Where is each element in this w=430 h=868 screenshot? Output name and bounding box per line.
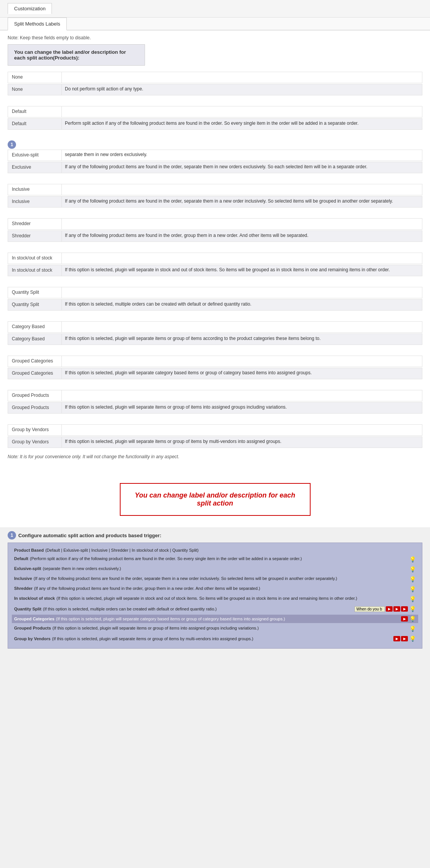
default-readonly-row: Default Perform split action if any of t… — [8, 118, 422, 130]
grouped-products-readonly-desc: If this option is selected, plugin will … — [61, 403, 422, 413]
quantity-split-readonly-desc: If this option is selected, multiple ord… — [61, 300, 422, 310]
none-readonly-row: None Do not perform split action of any … — [8, 84, 422, 95]
none-readonly-desc: Do not perform split action of any type. — [61, 84, 422, 95]
exclusive-input[interactable]: separate them in new orders exclusively. — [61, 150, 422, 161]
quantity-btn-2[interactable]: ▶ — [393, 606, 400, 612]
category-based-readonly-desc: If this option is selected, plugin will … — [61, 334, 422, 345]
default-label: Default — [8, 106, 61, 117]
group-default: Default Default Perform split action if … — [8, 106, 422, 130]
group-by-vendors-readonly-label: Group by Vendors — [8, 437, 61, 448]
quantity-btn-1[interactable]: ▶ — [386, 606, 393, 612]
quantity-split-editable-row: Quantity Split — [8, 287, 422, 298]
vendors-btn-2[interactable]: ▶ — [401, 636, 408, 641]
inclusive-readonly-desc: If any of the following product items ar… — [61, 196, 422, 207]
config-label-quantity: Quantity Split — [14, 607, 42, 611]
none-input[interactable] — [61, 72, 422, 83]
group-by-vendors-readonly-row: Group by Vendors If this option is selec… — [8, 436, 422, 448]
config-label-product-based: Product Based — [14, 548, 44, 552]
group-grouped-categories: Grouped Categories Grouped Categories If… — [8, 356, 422, 379]
main-content: Note: Keep these fields empty to disable… — [0, 31, 430, 464]
inclusive-config-icon: 💡 — [409, 576, 416, 582]
group-by-vendors-input[interactable] — [61, 425, 422, 435]
shredder-config-icon: 💡 — [409, 586, 416, 592]
category-based-input[interactable] — [61, 322, 422, 332]
config-box: Product Based (Default | Exlusive-split … — [8, 543, 422, 649]
config-label-inclusive: Inclusive — [14, 576, 32, 581]
instock-readonly-label: In stock/out of stock — [8, 265, 61, 276]
promo-section: You can change label and/or description … — [0, 464, 430, 527]
grouped-products-editable-row: Grouped Products — [8, 390, 422, 401]
config-label-grouped-cat: Grouped Categories — [14, 617, 55, 621]
instock-config-icon: 💡 — [409, 596, 416, 602]
none-editable-row: None — [8, 72, 422, 83]
config-desc-grouped-prod: (If this option is selected, plugin will… — [53, 626, 408, 630]
inclusive-input[interactable] — [61, 184, 422, 195]
shredder-editable-row: Shredder — [8, 218, 422, 230]
sub-nav: Split Methods Labels — [0, 18, 430, 31]
note-bottom: Note: It is for your convenience only. I… — [8, 454, 422, 459]
grouped-cat-actions: ▶ — [400, 616, 408, 622]
config-header: 1 Configure automatic split action and p… — [8, 531, 422, 539]
config-desc-inclusive: (If any of the following product items a… — [34, 576, 408, 581]
group-none: None None Do not perform split action of… — [8, 72, 422, 95]
config-label-instock: In stock/out of stock — [14, 596, 55, 601]
vendors-actions: ▶ ▶ — [393, 636, 408, 641]
config-section: 1 Configure automatic split action and p… — [8, 531, 422, 649]
quantity-inline-input[interactable] — [354, 606, 385, 612]
promo-box: You can change label and/or description … — [120, 483, 311, 516]
grouped-products-readonly-label: Grouped Products — [8, 403, 61, 413]
customization-tab[interactable]: Customization — [8, 3, 52, 14]
exclusive-label: Exlusive-split — [8, 150, 61, 161]
inclusive-editable-row: Inclusive — [8, 184, 422, 195]
group-by-vendors-editable-row: Group by Vendors — [8, 424, 422, 436]
group-instock: In stock/out of stock In stock/out of st… — [8, 253, 422, 276]
config-desc-default: (Perform split action if any of the foll… — [30, 556, 408, 561]
config-row-grouped-prod: Grouped Products (If this option is sele… — [12, 625, 418, 633]
exclusive-editable-row: Exlusive-split separate them in new orde… — [8, 150, 422, 161]
group-grouped-products: Grouped Products Grouped Products If thi… — [8, 390, 422, 414]
split-methods-labels-tab[interactable]: Split Methods Labels — [8, 18, 67, 31]
default-input[interactable] — [61, 106, 422, 117]
quantity-split-readonly-row: Quantity Split If this option is selecte… — [8, 299, 422, 311]
quantity-btn-3[interactable]: ▶ — [401, 606, 408, 612]
grouped-categories-input[interactable] — [61, 356, 422, 367]
category-based-editable-row: Category Based — [8, 321, 422, 333]
quantity-config-icon: 💡 — [409, 606, 416, 612]
promo-text: You can change label and/or description … — [128, 491, 302, 507]
default-editable-row: Default — [8, 106, 422, 118]
grouped-cat-btn-1[interactable]: ▶ — [401, 616, 408, 622]
note-top: Note: Keep these fields empty to disable… — [8, 35, 422, 40]
none-label: None — [8, 72, 61, 83]
config-row-exclusive: Exlusive-split (separate them in new ord… — [12, 565, 418, 573]
config-desc-grouped-cat: (If this option is selected, plugin will… — [56, 617, 399, 621]
instock-readonly-row: In stock/out of stock If this option is … — [8, 265, 422, 276]
grouped-products-input[interactable] — [61, 390, 422, 401]
default-readonly-desc: Perform split action if any of the follo… — [61, 119, 422, 129]
shredder-input[interactable] — [61, 219, 422, 229]
exclusive-readonly-desc: If any of the following product items ar… — [61, 162, 422, 173]
config-label-vendors: Group by Vendors — [14, 636, 50, 641]
shredder-label: Shredder — [8, 219, 61, 229]
exclusive-config-icon: 💡 — [409, 566, 416, 572]
config-label-grouped-prod: Grouped Products — [14, 626, 51, 630]
quantity-actions: ▶ ▶ ▶ — [354, 606, 408, 612]
instock-input[interactable] — [61, 253, 422, 264]
group-shredder: Shredder Shredder If any of the followin… — [8, 218, 422, 242]
vendors-btn-1[interactable]: ▶ — [393, 636, 400, 641]
quantity-split-input[interactable] — [61, 287, 422, 298]
grouped-categories-readonly-label: Grouped Categories — [8, 368, 61, 379]
config-row-product-based: Product Based (Default | Exlusive-split … — [12, 547, 418, 554]
config-row-inclusive: Inclusive (If any of the following produ… — [12, 575, 418, 583]
group-by-vendors: Group by Vendors Group by Vendors If thi… — [8, 424, 422, 448]
config-desc-shredder: (If any of the following product items a… — [34, 586, 408, 591]
config-row-quantity: Quantity Split (If this option is select… — [12, 605, 418, 613]
group-quantity-split: Quantity Split Quantity Split If this op… — [8, 287, 422, 311]
category-based-readonly-label: Category Based — [8, 334, 61, 345]
exclusive-readonly-label: Exclusive — [8, 162, 61, 173]
config-row-shredder: Shredder (If any of the following produc… — [12, 585, 418, 593]
config-desc-quantity: (If this option is selected, multiple or… — [43, 607, 353, 611]
category-based-readonly-row: Category Based If this option is selecte… — [8, 333, 422, 345]
config-row-vendors: Group by Vendors (If this option is sele… — [12, 634, 418, 643]
shredder-readonly-label: Shredder — [8, 231, 61, 242]
group-by-vendors-readonly-desc: If this option is selected, plugin will … — [61, 437, 422, 448]
